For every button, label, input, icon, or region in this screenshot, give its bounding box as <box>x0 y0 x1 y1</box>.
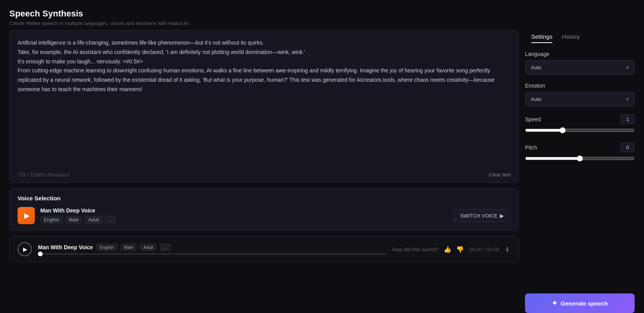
speed-setting: Speed 1 <box>525 114 635 135</box>
header: Speech Synthesis Create lifelike speech … <box>0 0 644 30</box>
language-label: Language <box>525 51 635 57</box>
char-count: 726 / 10000 characters <box>18 172 70 178</box>
how-did-sound-label: How did this sound? <box>392 246 438 252</box>
voice-name: Man With Deep Voice <box>40 207 448 214</box>
audio-tag-language: English <box>96 244 117 251</box>
voice-preview-button[interactable]: ▶ <box>18 207 35 224</box>
audio-tag-more: ... <box>160 244 170 251</box>
generate-speech-button[interactable]: ✦ Generate speech <box>525 293 635 313</box>
voice-tags: English Male Adult ... <box>40 216 448 224</box>
play-icon: ▶ <box>24 211 30 220</box>
audio-play-icon: ▶ <box>23 246 27 252</box>
audio-tag-age: Adult <box>140 244 157 251</box>
audio-center: Man With Deep Voice English Male Adult .… <box>38 244 386 255</box>
audio-current-time: 00:00 <box>469 246 482 252</box>
audio-progress-bar[interactable] <box>38 253 386 255</box>
voice-item: ▶ Man With Deep Voice English Male Adult… <box>18 207 511 224</box>
audio-feedback-buttons: 👍 👎 <box>443 245 465 254</box>
switch-voice-arrow-icon: ▶ <box>500 213 504 219</box>
voice-tag-language: English <box>40 216 63 224</box>
speech-text-input[interactable]: Artificial intelligence is a life-changi… <box>10 31 518 169</box>
audio-voice-name: Man With Deep Voice <box>38 244 93 250</box>
audio-play-button[interactable]: ▶ <box>18 242 32 256</box>
page-title: Speech Synthesis <box>9 9 635 19</box>
page-subtitle: Create lifelike speech in multiple langu… <box>9 20 635 26</box>
voice-tag-gender: Male <box>65 216 82 224</box>
emotion-select[interactable]: Auto Neutral Happy Sad Angry Fearful <box>525 92 635 106</box>
audio-voice-info: Man With Deep Voice English Male Adult .… <box>38 244 386 251</box>
voice-tag-more: ... <box>105 216 116 224</box>
voice-info: Man With Deep Voice English Male Adult .… <box>40 207 448 224</box>
pitch-value: 0 <box>621 142 635 152</box>
language-select[interactable]: Auto English Spanish French German Chine… <box>525 60 635 75</box>
thumbs-up-button[interactable]: 👍 <box>443 245 452 254</box>
language-setting: Language Auto English Spanish French Ger… <box>525 51 635 75</box>
speed-slider[interactable] <box>525 127 635 133</box>
pitch-slider[interactable] <box>525 155 635 162</box>
speed-label: Speed <box>525 116 541 122</box>
pitch-label: Pitch <box>525 144 537 151</box>
generate-speech-label: Generate speech <box>561 300 608 307</box>
voice-selection-title: Voice Selection <box>18 195 511 201</box>
switch-voice-button[interactable]: SWITCH VOICE ▶ <box>454 209 511 222</box>
left-panel: Artificial intelligence is a life-changi… <box>9 30 519 313</box>
audio-tag-gender: Male <box>121 244 137 251</box>
right-panel: Settings History Language Auto English S… <box>525 30 635 313</box>
pitch-setting: Pitch 0 <box>525 142 635 163</box>
tab-history[interactable]: History <box>557 30 585 43</box>
tab-settings[interactable]: Settings <box>527 30 557 43</box>
thumbs-down-button[interactable]: 👎 <box>455 245 465 254</box>
clear-text-button[interactable]: Clear text <box>489 172 511 178</box>
main-layout: Artificial intelligence is a life-changi… <box>0 30 644 313</box>
audio-time: 00:00 / 00:08 <box>469 246 499 252</box>
switch-voice-label: SWITCH VOICE <box>460 213 498 219</box>
audio-total-time: 00:08 <box>486 246 499 252</box>
audio-right: How did this sound? 👍 👎 00:00 / 00:08 ⬇ <box>392 245 511 254</box>
audio-player: ▶ Man With Deep Voice English Male Adult… <box>9 236 519 262</box>
audio-download-button[interactable]: ⬇ <box>504 245 511 254</box>
emotion-setting: Emotion Auto Neutral Happy Sad Angry Fea… <box>525 83 635 106</box>
generate-icon: ✦ <box>552 299 557 308</box>
voice-tag-age: Adult <box>85 216 102 224</box>
text-input-container: Artificial intelligence is a life-changi… <box>9 30 519 183</box>
language-select-wrapper: Auto English Spanish French German Chine… <box>525 60 635 75</box>
settings-panel: Language Auto English Spanish French Ger… <box>525 51 635 163</box>
audio-progress-dot <box>38 252 43 256</box>
tabs-row: Settings History <box>525 30 635 43</box>
speed-value: 1 <box>621 114 635 124</box>
voice-selection-section: Voice Selection ▶ Man With Deep Voice En… <box>9 188 519 231</box>
emotion-select-wrapper: Auto Neutral Happy Sad Angry Fearful ▼ <box>525 92 635 106</box>
textarea-footer: 726 / 10000 characters Clear text <box>10 169 518 182</box>
emotion-label: Emotion <box>525 83 635 89</box>
